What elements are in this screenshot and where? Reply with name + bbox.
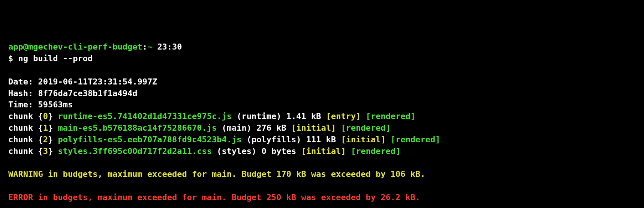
prompt-tilde: ~ <box>147 42 152 51</box>
chunk-prefix: chunk { <box>8 123 43 133</box>
chunk-id: 2 <box>43 135 48 144</box>
hash-value: 8f76da7ce38b1f1a494d <box>38 89 137 98</box>
chunk-line: chunk {2} polyfills-es5.eeb707a788fd9c45… <box>8 134 636 146</box>
chunk-tag2: [rendered] <box>341 123 390 133</box>
blank-line <box>8 65 636 76</box>
chunk-file: main-es5.b576188ac14f75286670.js <box>58 123 217 133</box>
chunk-tag1: [initial] <box>341 135 385 144</box>
time-value: 59563ms <box>38 100 73 109</box>
chunk-tag1: [entry] <box>326 112 361 121</box>
chunk-id: 1 <box>43 123 48 133</box>
chunk-id: 0 <box>43 112 48 121</box>
prompt-time: 23:30 <box>152 42 182 51</box>
chunk-tag2: [rendered] <box>391 135 440 144</box>
blank-line <box>8 180 636 192</box>
hash-line: Hash: 8f76da7ce38b1f1a494d <box>8 88 636 99</box>
blank-line <box>8 157 636 169</box>
prompt-user-host: app@mgechev-cli-perf-budget <box>8 42 142 51</box>
chunk-line: chunk {1} main-es5.b576188ac14f75286670.… <box>8 122 636 134</box>
prompt-line: app@mgechev-cli-perf-budget:~ 23:30 <box>8 41 636 53</box>
chunk-close: } <box>48 146 58 156</box>
chunk-tag1: [initial] <box>301 146 346 156</box>
date-value: 2019-06-11T23:31:54.997Z <box>38 77 157 86</box>
chunk-close: } <box>48 123 58 133</box>
chunk-id: 3 <box>43 146 48 156</box>
date-label: Date: <box>8 77 38 86</box>
chunk-space <box>386 135 391 144</box>
chunk-space <box>336 123 341 133</box>
chunk-name: (main) 276 kB <box>217 123 291 133</box>
chunk-line: chunk {0} runtime-es5.741402d1d47331ce97… <box>8 111 636 122</box>
warning-line: WARNING in budgets, maximum exceeded for… <box>8 169 636 180</box>
chunk-name: (runtime) 1.41 kB <box>232 112 326 121</box>
date-line: Date: 2019-06-11T23:31:54.997Z <box>8 76 636 88</box>
chunk-tag2: [rendered] <box>366 112 415 121</box>
chunk-prefix: chunk { <box>8 135 43 144</box>
command-line[interactable]: $ ng build --prod <box>8 53 636 65</box>
chunk-tag2: [rendered] <box>351 146 400 156</box>
chunk-name: (styles) 0 bytes <box>212 146 301 156</box>
chunk-prefix: chunk { <box>8 112 43 121</box>
time-line: Time: 59563ms <box>8 99 636 111</box>
error-line: ERROR in budgets, maximum exceeded for m… <box>8 192 636 203</box>
chunk-space <box>346 146 351 156</box>
chunk-tag1: [initial] <box>291 123 336 133</box>
chunk-file: styles.3ff695c00d717f2d2a11.css <box>58 146 212 156</box>
prompt-symbol: $ <box>8 54 18 63</box>
chunk-prefix: chunk { <box>8 146 43 156</box>
chunk-file: runtime-es5.741402d1d47331ce975c.js <box>58 112 232 121</box>
chunk-close: } <box>48 112 58 121</box>
prompt-colon: : <box>142 42 147 51</box>
chunk-file: polyfills-es5.eeb707a788fd9c4523b4.js <box>58 135 241 144</box>
chunk-name: (polyfills) 111 kB <box>242 135 341 144</box>
command-text: ng build --prod <box>18 54 93 63</box>
hash-label: Hash: <box>8 89 38 98</box>
time-label: Time: <box>8 100 38 109</box>
chunk-line: chunk {3} styles.3ff695c00d717f2d2a11.cs… <box>8 146 636 157</box>
chunk-space <box>361 112 365 121</box>
chunk-close: } <box>48 135 58 144</box>
